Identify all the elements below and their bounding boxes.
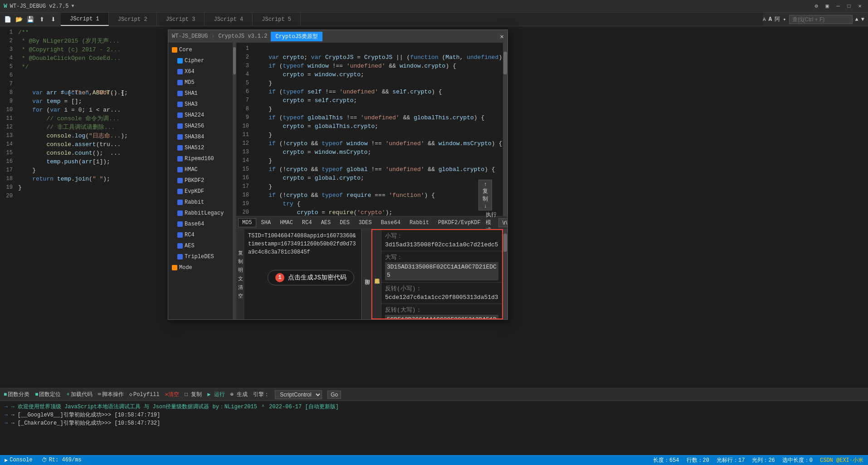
save-file-btn[interactable]: 💾 — [25, 15, 35, 24]
download-btn[interactable]: ⬇ — [48, 15, 58, 24]
clear-btn[interactable]: ✕清空 — [165, 391, 179, 398]
settings-icon[interactable]: ⚙ — [812, 2, 821, 11]
sha256-icon — [177, 123, 183, 129]
tree-item-mode[interactable]: Mode — [168, 262, 236, 273]
io-sidebar-clear1[interactable]: 明 — [238, 267, 243, 274]
io-sidebar-copy[interactable]: 复 — [238, 250, 243, 256]
tree-item-sha384[interactable]: SHA384 — [168, 132, 236, 142]
tree-item-base64[interactable]: Base64 — [168, 219, 236, 230]
tab-sha[interactable]: SHA — [257, 218, 275, 227]
go-btn[interactable]: Go — [327, 391, 341, 399]
generate-btn[interactable]: ⊕ 生成 — [230, 391, 248, 398]
tree-item-cipher[interactable]: Cipher — [168, 55, 236, 66]
font-btn-a4[interactable]: ✦ — [783, 16, 786, 23]
modal-code-scrollbar[interactable] — [503, 43, 507, 216]
tree-item-rc4[interactable]: RC4 — [168, 230, 236, 240]
modal-line-6: 6 if (typeof self !== 'undefined' && sel… — [236, 88, 507, 96]
tree-item-sha3[interactable]: SHA3 — [168, 99, 236, 110]
tab-des[interactable]: DES — [336, 218, 354, 227]
tree-item-x64[interactable]: X64 — [168, 66, 236, 77]
new-file-btn[interactable]: 📄 — [3, 15, 13, 24]
modal-cryptojs-tab[interactable]: CryptoJS类原型 — [271, 32, 322, 41]
tab-base64[interactable]: Base64 — [377, 218, 405, 227]
app-title: WT-JS_DEBUG v2.7.5 — [10, 3, 69, 10]
minimize-button[interactable]: ─ — [834, 2, 843, 11]
modal-close-btn[interactable]: ✕ — [500, 33, 504, 40]
tree-item-sha512[interactable]: SHA512 — [168, 142, 236, 153]
group-classify-btn[interactable]: ■ 团数分类 — [4, 391, 29, 398]
script-op-btn[interactable]: ⌨ 脚本操作 — [98, 391, 124, 398]
io-sidebar-clear3[interactable]: 清 — [238, 284, 243, 291]
modal-copy-btn[interactable]: ↑复制↓ — [478, 180, 492, 210]
layers-icon[interactable]: ▣ — [823, 2, 832, 11]
encrypt-btn[interactable]: 加密 — [361, 229, 371, 319]
modal-line-7: 7 crypto = self.crypto; — [236, 96, 507, 105]
tree-item-md5[interactable]: MD5 — [168, 77, 236, 88]
tab-md5[interactable]: MD5 — [238, 218, 256, 227]
upload-btn[interactable]: ⬆ — [37, 15, 47, 24]
toolbar-right: A A 阿 ✦ ▲ ▼ — [763, 13, 868, 26]
run-btn[interactable]: ▶ 运行 — [207, 391, 224, 398]
io-sidebar-paste[interactable]: 制 — [238, 258, 243, 265]
tree-item-ripemd160[interactable]: Ripemd160 — [168, 153, 236, 164]
dropdown-icon[interactable]: ▼ — [71, 4, 74, 9]
io-scrollbar[interactable] — [503, 229, 507, 319]
tree-item-aes[interactable]: AES — [168, 240, 236, 251]
load-code-btn[interactable]: + 加载代码 — [66, 391, 92, 398]
copy-btn[interactable]: □ 复制 — [185, 391, 202, 398]
tab-hmac[interactable]: HMAC — [276, 218, 297, 227]
tree-item-pbkdf2[interactable]: PBKDF2 — [168, 175, 236, 186]
cipher-icon — [177, 58, 183, 64]
tab-jscript3[interactable]: JScript 3 — [157, 13, 205, 26]
modal-line-9: 9 if (typeof globalThis !== 'undefined' … — [236, 113, 507, 122]
tab-rabbit[interactable]: Rabbit — [405, 218, 433, 227]
output-lowercase: 小写： 3d15ad3135008f02cc1a1a0c7d21edc5 — [381, 230, 502, 251]
tree-item-core[interactable]: Core — [168, 44, 236, 55]
tab-aes[interactable]: AES — [317, 218, 335, 227]
modal-line-4: 4 crypto = window.crypto; — [236, 70, 507, 79]
tree-item-sha224[interactable]: SHA224 — [168, 110, 236, 121]
search-input[interactable] — [789, 15, 853, 24]
output-reverse-upper: 反转(大写)： 5CDE12D7C6A1A1CC20F8005313DA51D3 — [381, 304, 502, 318]
tab-3des[interactable]: 3DES — [355, 218, 376, 227]
maximize-button[interactable]: □ — [844, 2, 853, 11]
modal-line-13: 13 crypto = window.msCrypto; — [236, 148, 507, 157]
tree-item-sha256[interactable]: SHA256 — [168, 121, 236, 132]
tab-jscript4[interactable]: JScript 4 — [205, 13, 253, 26]
tab-rc4[interactable]: RC4 — [298, 218, 316, 227]
tree-item-hmac[interactable]: HMAC — [168, 164, 236, 175]
search-up-btn[interactable]: ▲ — [855, 16, 858, 23]
tree-item-tripledes[interactable]: TripleDES — [168, 251, 236, 262]
tree-item-evpkdf[interactable]: EvpKDF — [168, 186, 236, 197]
window-controls: ⚙ ▣ ─ □ ✕ — [812, 2, 864, 11]
tooltip-bubble[interactable]: 1 点击生成JS加密代码 — [268, 270, 354, 285]
close-button[interactable]: ✕ — [855, 2, 864, 11]
modal-line-12: 12 if (!crypto && typeof window !== 'und… — [236, 139, 507, 148]
tab-jscript2[interactable]: JScript 2 — [109, 13, 157, 26]
tree-scrollbar[interactable] — [233, 43, 236, 319]
generate-script-btn[interactable]: 生成方案脚本代码本 — [372, 230, 381, 318]
terminal-area: → → 欢迎使用世界顶级 JavaScript本地语法调试工具 与 Json径量… — [0, 401, 868, 455]
code-view-scroll[interactable]: 1 var CryptoJS = CryptoJS || (function (… — [236, 43, 507, 216]
tree-item-rabbit[interactable]: Rabbit — [168, 197, 236, 208]
io-sidebar-clear2[interactable]: 文 — [238, 275, 243, 282]
tree-item-sha1[interactable]: SHA1 — [168, 88, 236, 99]
io-sidebar-clear4[interactable]: 空 — [238, 293, 243, 299]
group-locate-btn[interactable]: ■ 团数定位 — [35, 391, 61, 398]
font-btn-a3[interactable]: 阿 — [775, 15, 780, 23]
run-mode-select[interactable]: \r\n \n — [498, 218, 507, 227]
tab-jscript5[interactable]: JScript 5 — [253, 13, 301, 26]
open-file-btn[interactable]: 📂 — [14, 15, 24, 24]
tree-item-rabbitlegacy[interactable]: RabbitLegacy — [168, 208, 236, 219]
io-sidebar: 复 制 明 文 清 空 — [236, 229, 244, 319]
font-btn-a2[interactable]: A — [769, 16, 772, 23]
script-control-select[interactable]: ScriptControl — [275, 390, 322, 399]
font-btn-a1[interactable]: A — [763, 17, 766, 22]
terminal-line-3: → → [_ChakraCore_]引擎初始化成功>>> [10:58:47:7… — [5, 419, 863, 427]
search-down-btn[interactable]: ▼ — [861, 16, 864, 23]
polyfill-btn[interactable]: ◇ Polyfill — [129, 391, 160, 398]
base64-icon — [177, 221, 183, 227]
tripledes-icon — [177, 254, 183, 259]
tab-jscript1[interactable]: JScript 1 — [61, 13, 109, 26]
tab-pbkdf2[interactable]: PBKDF2/EvpKDF — [434, 218, 485, 227]
